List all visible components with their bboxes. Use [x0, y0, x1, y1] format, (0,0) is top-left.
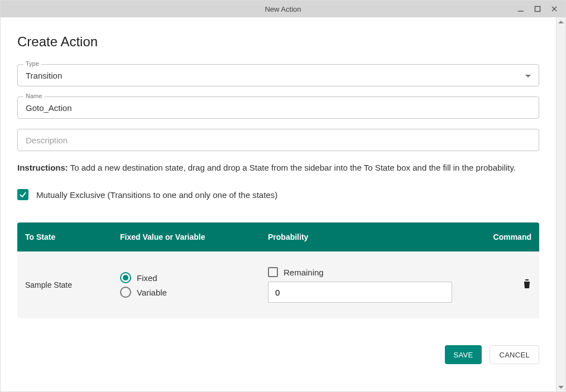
description-field[interactable]	[17, 129, 539, 151]
radio-variable[interactable]: Variable	[120, 287, 268, 298]
type-select[interactable]: Type Transition	[17, 64, 539, 86]
radio-fixed-indicator	[120, 272, 131, 283]
mutually-exclusive-row: Mutually Exclusive (Transitions to one a…	[17, 189, 539, 200]
window-frame: New Action Create Action Type Transition	[0, 0, 566, 392]
instructions-label: Instructions:	[17, 163, 68, 172]
name-field[interactable]: Name	[17, 96, 539, 119]
probability-input-wrapper[interactable]	[268, 282, 452, 303]
check-icon	[19, 191, 27, 199]
vertical-scrollbar[interactable]	[556, 17, 565, 391]
delete-row-button[interactable]	[522, 279, 531, 289]
value-type-radiogroup: Fixed Variable	[120, 272, 268, 298]
transitions-table: To State Fixed Value or Variable Probabi…	[17, 222, 539, 318]
instructions-text: Instructions: To add a new destination s…	[17, 161, 539, 175]
description-input[interactable]	[26, 135, 531, 145]
page-title: Create Action	[17, 34, 539, 50]
svg-rect-1	[535, 7, 540, 12]
mutually-exclusive-label: Mutually Exclusive (Transitions to one a…	[36, 190, 277, 200]
instructions-body: To add a new destination state, drag and…	[70, 163, 516, 172]
maximize-button[interactable]	[530, 2, 545, 16]
cancel-button[interactable]: CANCEL	[490, 345, 539, 364]
minimize-icon	[517, 5, 525, 13]
trash-icon	[522, 279, 531, 289]
header-fixed-value: Fixed Value or Variable	[120, 233, 268, 241]
name-label: Name	[23, 93, 44, 99]
header-probability: Probability	[268, 233, 487, 241]
radio-variable-indicator	[120, 287, 131, 298]
radio-variable-label: Variable	[137, 288, 167, 297]
probability-group: Remaining	[268, 267, 476, 303]
body-wrap: Create Action Type Transition Name	[1, 17, 565, 391]
remaining-checkbox-row[interactable]: Remaining	[268, 267, 476, 277]
save-button[interactable]: SAVE	[445, 345, 482, 364]
titlebar: New Action	[1, 1, 565, 17]
scroll-up-button[interactable]	[557, 17, 566, 27]
remaining-checkbox[interactable]	[268, 267, 278, 277]
close-button[interactable]	[546, 2, 562, 16]
scroll-down-button[interactable]	[557, 382, 566, 391]
probability-input[interactable]	[275, 288, 445, 297]
dialog-actions: SAVE CANCEL	[17, 345, 539, 364]
header-command: Command	[487, 233, 531, 241]
type-label: Type	[23, 60, 41, 67]
type-value: Transition	[26, 71, 525, 80]
minimize-button[interactable]	[513, 2, 529, 16]
radio-fixed-label: Fixed	[137, 273, 157, 283]
table-row: Sample State Fixed Variable	[17, 251, 539, 318]
mutually-exclusive-checkbox[interactable]	[17, 189, 28, 200]
close-icon	[550, 5, 558, 13]
row-state-name: Sample State	[25, 280, 120, 289]
chevron-down-icon	[525, 70, 531, 80]
window-title: New Action	[1, 5, 565, 13]
remaining-label: Remaining	[284, 268, 324, 277]
window-controls	[513, 1, 562, 17]
content-area: Create Action Type Transition Name	[1, 17, 556, 391]
name-input[interactable]	[26, 103, 531, 113]
maximize-icon	[534, 5, 541, 13]
header-to-state: To State	[25, 233, 120, 241]
table-header: To State Fixed Value or Variable Probabi…	[17, 222, 539, 251]
radio-fixed[interactable]: Fixed	[120, 272, 268, 283]
